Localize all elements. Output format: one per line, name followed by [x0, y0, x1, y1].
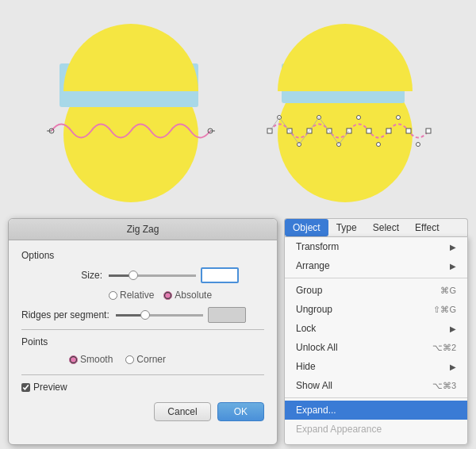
zigzag-dialog[interactable]: Zig Zag Options Size: 5 px Relative — [8, 218, 278, 445]
ok-button[interactable]: OK — [217, 402, 264, 421]
svg-rect-17 — [367, 129, 371, 133]
size-slider-container: 5 px — [109, 267, 239, 283]
menu-sep-1 — [285, 278, 467, 278]
divider-2 — [21, 374, 264, 375]
options-section-label: Options — [21, 250, 264, 261]
absolute-radio[interactable] — [163, 291, 172, 300]
ridges-slider-container: 7 — [116, 307, 246, 323]
ridges-row: Ridges per segment: 7 — [21, 307, 264, 323]
bottom-section: Zig Zag Options Size: 5 px Relative — [0, 214, 476, 449]
illustration-area — [0, 0, 476, 214]
size-row: Size: 5 px — [21, 267, 264, 283]
corner-radio[interactable] — [125, 355, 134, 364]
svg-point-28 — [416, 143, 420, 147]
left-egg-container — [40, 12, 222, 202]
menu-bar-effect[interactable]: Effect — [407, 219, 447, 236]
menu-item-unlock-all[interactable]: Unlock All ⌥⌘2 — [285, 338, 467, 357]
relative-radio-label[interactable]: Relative — [109, 290, 154, 301]
menu-sep-2 — [285, 397, 467, 398]
lock-arrow-icon: ▶ — [450, 324, 456, 333]
ridges-label: Ridges per segment: — [21, 309, 116, 320]
points-section-label: Points — [21, 336, 264, 347]
dialog-body: Options Size: 5 px Relative Absolute — [9, 240, 277, 431]
right-egg-svg — [258, 12, 432, 202]
menu-item-lock[interactable]: Lock ▶ — [285, 319, 467, 338]
dialog-title: Zig Zag — [127, 224, 159, 235]
points-section: Points Smooth Corner — [21, 336, 264, 365]
cancel-button[interactable]: Cancel — [154, 402, 210, 421]
menu-bar-type[interactable]: Type — [328, 219, 365, 236]
svg-rect-18 — [386, 129, 391, 133]
dialog-titlebar: Zig Zag — [9, 219, 277, 240]
left-egg-svg — [44, 12, 218, 202]
menu-item-expand-appearance: Expand Appearance — [285, 420, 467, 439]
right-egg-container — [254, 12, 436, 202]
svg-rect-19 — [406, 129, 411, 133]
relative-absolute-row: Relative Absolute — [109, 290, 264, 301]
dropdown-menu: Transform ▶ Arrange ▶ Group ⌘G Ungroup ⇧… — [284, 236, 468, 445]
preview-row: Preview — [21, 382, 264, 393]
size-label: Size: — [21, 270, 109, 281]
menu-bar: Object Type Select Effect — [284, 218, 468, 236]
menu-item-expand[interactable]: Expand... — [285, 401, 467, 420]
menu-item-group[interactable]: Group ⌘G — [285, 281, 467, 300]
relative-radio[interactable] — [109, 291, 117, 300]
menu-container: Object Type Select Effect Transform ▶ Ar… — [284, 218, 468, 445]
size-slider[interactable] — [109, 274, 196, 277]
ridges-slider[interactable] — [116, 314, 203, 317]
menu-bar-object[interactable]: Object — [285, 219, 328, 236]
menu-item-ungroup[interactable]: Ungroup ⇧⌘G — [285, 300, 467, 319]
svg-point-25 — [357, 116, 361, 120]
svg-point-26 — [377, 143, 381, 147]
menu-item-transform[interactable]: Transform ▶ — [285, 237, 467, 256]
size-value-input[interactable]: 5 px — [201, 267, 239, 283]
ridges-value-input[interactable]: 7 — [208, 307, 246, 323]
absolute-radio-label[interactable]: Absolute — [163, 290, 212, 301]
button-row: Cancel OK — [21, 402, 264, 421]
svg-rect-20 — [426, 129, 431, 133]
smooth-radio[interactable] — [69, 355, 78, 364]
corner-radio-label[interactable]: Corner — [125, 354, 166, 365]
divider-1 — [21, 329, 264, 330]
arrange-arrow-icon: ▶ — [450, 262, 456, 271]
preview-checkbox[interactable] — [21, 383, 30, 392]
preview-label: Preview — [33, 382, 67, 393]
svg-point-27 — [397, 116, 401, 120]
menu-item-hide[interactable]: Hide ▶ — [285, 357, 467, 376]
menu-bar-select[interactable]: Select — [365, 219, 407, 236]
menu-item-show-all[interactable]: Show All ⌥⌘3 — [285, 376, 467, 395]
svg-line-29 — [270, 117, 279, 131]
points-row: Smooth Corner — [69, 354, 264, 365]
smooth-radio-label[interactable]: Smooth — [69, 354, 113, 365]
transform-arrow-icon: ▶ — [450, 243, 456, 251]
menu-item-arrange[interactable]: Arrange ▶ — [285, 256, 467, 275]
hide-arrow-icon: ▶ — [450, 363, 456, 371]
